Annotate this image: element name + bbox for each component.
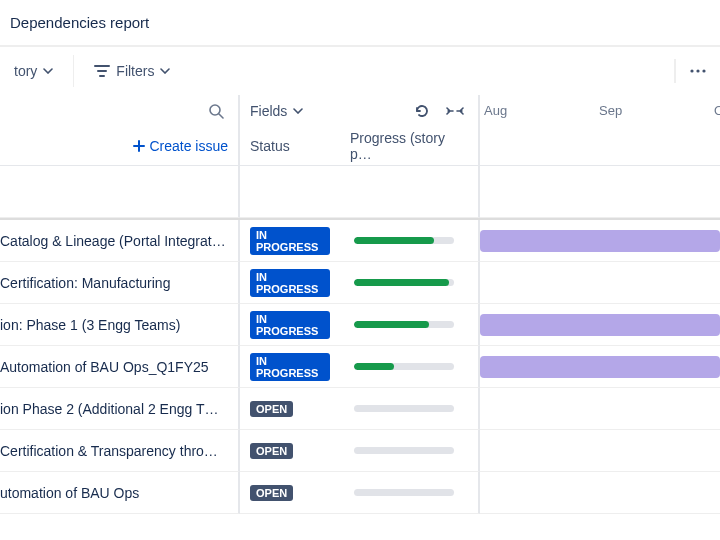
issue-title[interactable]: ion Phase 2 (Additional 2 Engg T… (0, 388, 240, 430)
progress-bar (354, 237, 454, 244)
table-row[interactable]: Automation of BAU Ops_Q1FY25IN PROGRESS (0, 346, 720, 388)
progress-bar (354, 489, 454, 496)
issue-status-cell: IN PROGRESS (240, 262, 340, 304)
issue-timeline-cell[interactable] (480, 304, 720, 346)
status-badge[interactable]: IN PROGRESS (250, 353, 330, 381)
issue-status-cell: IN PROGRESS (240, 304, 340, 346)
timeline-month: Aug (480, 95, 595, 165)
timeline-month: O (710, 95, 720, 165)
progress-bar (354, 321, 454, 328)
status-badge[interactable]: IN PROGRESS (250, 227, 330, 255)
table-row[interactable]: ion: Phase 1 (3 Engg Teams)IN PROGRESS (0, 304, 720, 346)
status-badge[interactable]: OPEN (250, 443, 293, 459)
table-row[interactable]: Certification: ManufacturingIN PROGRESS (0, 262, 720, 304)
svg-line-4 (219, 114, 223, 118)
more-icon (690, 69, 706, 73)
chevron-down-icon (293, 108, 303, 114)
more-menu-button[interactable] (686, 65, 710, 77)
view-dropdown[interactable]: tory (0, 55, 67, 87)
svg-point-0 (690, 69, 693, 72)
table-row[interactable]: Catalog & Lineage (Portal Integrat…IN PR… (0, 220, 720, 262)
issue-title[interactable]: Certification: Manufacturing (0, 262, 240, 304)
timeline-month: Sep (595, 95, 710, 165)
status-badge[interactable]: OPEN (250, 401, 293, 417)
toolbar: tory Filters (0, 47, 720, 95)
filter-icon (94, 64, 110, 78)
svg-point-2 (702, 69, 705, 72)
issue-title[interactable]: Catalog & Lineage (Portal Integrat… (0, 220, 240, 262)
gantt-bar[interactable] (480, 230, 720, 252)
chevron-down-icon (160, 68, 170, 74)
issue-rows: Catalog & Lineage (Portal Integrat…IN PR… (0, 166, 720, 514)
plus-icon (133, 140, 145, 152)
search-icon (208, 103, 224, 119)
collapse-button[interactable] (442, 101, 468, 121)
view-label: tory (14, 63, 37, 79)
issue-timeline-cell[interactable] (480, 262, 720, 304)
issue-title[interactable]: Automation of BAU Ops_Q1FY25 (0, 346, 240, 388)
status-badge[interactable]: IN PROGRESS (250, 311, 330, 339)
fields-dropdown[interactable]: Fields (250, 103, 303, 119)
issue-status-cell: OPEN (240, 430, 340, 472)
progress-bar (354, 405, 454, 412)
issue-status-cell: IN PROGRESS (240, 220, 340, 262)
issue-title[interactable]: ion: Phase 1 (3 Engg Teams) (0, 304, 240, 346)
issue-status-cell: OPEN (240, 388, 340, 430)
table-row[interactable]: ion Phase 2 (Additional 2 Engg T…OPEN (0, 388, 720, 430)
column-header-progress[interactable]: Progress (story p… (340, 127, 478, 165)
issue-progress-cell (340, 262, 480, 304)
status-badge[interactable]: IN PROGRESS (250, 269, 330, 297)
filters-button[interactable]: Filters (80, 55, 184, 87)
status-badge[interactable]: OPEN (250, 485, 293, 501)
collapse-icon (446, 105, 464, 117)
column-header-status[interactable]: Status (240, 127, 340, 165)
divider (73, 55, 74, 87)
issue-timeline-cell[interactable] (480, 388, 720, 430)
create-issue-button[interactable]: Create issue (133, 138, 228, 154)
issue-title[interactable]: Certification & Transparency thro… (0, 430, 240, 472)
issue-timeline-cell[interactable] (480, 472, 720, 514)
issue-timeline-cell[interactable] (480, 220, 720, 262)
issue-progress-cell (340, 472, 480, 514)
issue-progress-cell (340, 346, 480, 388)
progress-bar (354, 279, 454, 286)
issue-progress-cell (340, 304, 480, 346)
progress-bar (354, 447, 454, 454)
issue-timeline-cell[interactable] (480, 430, 720, 472)
column-header-row: Create issue Fields Status Progress (sto… (0, 95, 720, 166)
issue-progress-cell (340, 220, 480, 262)
create-issue-label: Create issue (149, 138, 228, 154)
issue-title[interactable]: utomation of BAU Ops (0, 472, 240, 514)
undo-button[interactable] (410, 99, 434, 123)
issue-status-cell: OPEN (240, 472, 340, 514)
title-bar: Dependencies report (0, 0, 720, 47)
fields-label: Fields (250, 103, 287, 119)
undo-icon (414, 103, 430, 119)
chevron-down-icon (43, 68, 53, 74)
issue-timeline-cell[interactable] (480, 346, 720, 388)
table-row[interactable]: Certification & Transparency thro…OPEN (0, 430, 720, 472)
page-title: Dependencies report (10, 14, 700, 31)
toolbar-right (674, 59, 720, 83)
issue-progress-cell (340, 430, 480, 472)
gantt-bar[interactable] (480, 314, 720, 336)
table-row[interactable]: utomation of BAU OpsOPEN (0, 472, 720, 514)
svg-point-1 (696, 69, 699, 72)
issue-progress-cell (340, 388, 480, 430)
issue-status-cell: IN PROGRESS (240, 346, 340, 388)
timeline-header: Aug Sep O (480, 95, 720, 165)
search-button[interactable] (204, 99, 228, 123)
gantt-bar[interactable] (480, 356, 720, 378)
filters-label: Filters (116, 63, 154, 79)
progress-bar (354, 363, 454, 370)
